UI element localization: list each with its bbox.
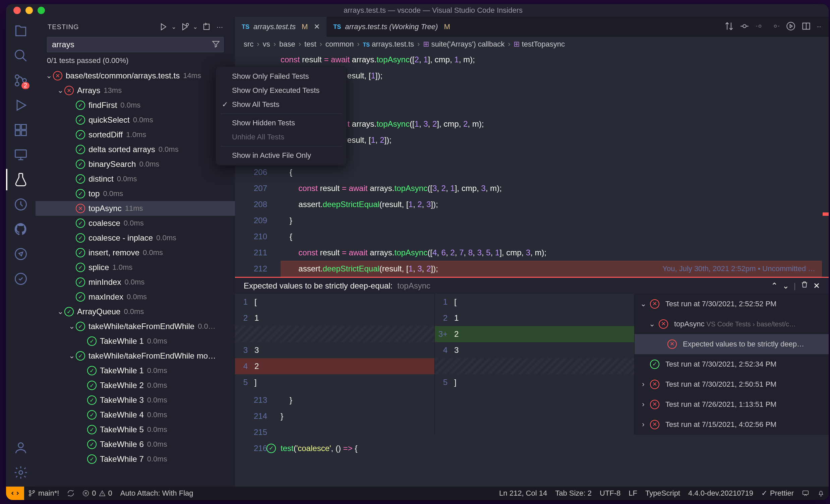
- test-item[interactable]: TakeWhile 30.0ms: [35, 393, 235, 407]
- dropdown-item[interactable]: Show All Tests: [216, 98, 347, 111]
- more-icon[interactable]: ···: [215, 22, 225, 32]
- compass-icon[interactable]: [13, 247, 28, 261]
- test-item[interactable]: insert, remove0.0ms: [35, 245, 235, 260]
- test-item[interactable]: TakeWhile 10.0ms: [35, 334, 235, 348]
- test-run-item[interactable]: Test run at 7/30/2021, 2:52:34 PM: [635, 354, 829, 374]
- test-item[interactable]: TakeWhile 50.0ms: [35, 422, 235, 437]
- test-item[interactable]: quickSelect0.0ms: [35, 112, 235, 127]
- editor-tab[interactable]: TSarrays.test.tsM✕: [235, 17, 326, 37]
- test-item[interactable]: ⌄takeWhile/takeFromEndWhile mo…: [35, 348, 235, 363]
- bell-icon[interactable]: [813, 490, 829, 497]
- close-tab-icon[interactable]: ✕: [314, 23, 320, 31]
- run-dropdown-icon[interactable]: ⌄: [171, 23, 177, 31]
- dropdown-item[interactable]: Show Hidden Tests: [216, 116, 347, 130]
- auto-attach-status[interactable]: Auto Attach: With Flag: [116, 489, 197, 498]
- compare-icon[interactable]: [725, 22, 734, 32]
- dropdown-item[interactable]: Show Only Executed Tests: [216, 83, 347, 98]
- more-tab-actions-icon[interactable]: ···: [817, 24, 821, 30]
- breadcrumbs[interactable]: src›vs›base›test›common›TS arrays.test.t…: [235, 37, 829, 52]
- sync-status[interactable]: [63, 490, 78, 497]
- test-item[interactable]: topAsync11ms: [35, 201, 235, 216]
- search-icon[interactable]: [13, 48, 28, 63]
- problems-status[interactable]: 0 0: [78, 489, 116, 498]
- breadcrumb-item[interactable]: vs: [263, 40, 270, 48]
- peek-close-icon[interactable]: ✕: [813, 278, 820, 294]
- test-item[interactable]: distinct0.0ms: [35, 172, 235, 186]
- github-icon[interactable]: [13, 222, 28, 237]
- test-item[interactable]: ⌄Arrays13ms: [35, 83, 235, 98]
- test-run-item[interactable]: ⌄topAsync VS Code Tests › base/test/c…: [635, 314, 829, 334]
- test-item[interactable]: ⌄ArrayQueue0.0ms: [35, 304, 235, 319]
- test-item[interactable]: findFirst0.0ms: [35, 98, 235, 112]
- encoding[interactable]: UTF-8: [596, 489, 625, 498]
- language-mode[interactable]: TypeScript: [641, 489, 684, 498]
- explorer-icon[interactable]: [13, 24, 28, 38]
- debug-dropdown-icon[interactable]: ⌄: [193, 23, 198, 31]
- maximize-window[interactable]: [37, 7, 45, 14]
- breadcrumb-item[interactable]: base: [279, 40, 295, 48]
- extensions-icon[interactable]: [13, 123, 28, 137]
- refresh-tests-icon[interactable]: [201, 22, 212, 32]
- breadcrumb-item[interactable]: ⊞ testTopasync: [514, 40, 565, 48]
- run-all-icon[interactable]: [159, 22, 169, 32]
- test-item[interactable]: splice1.0ms: [35, 260, 235, 275]
- remote-indicator[interactable]: [6, 486, 24, 500]
- breadcrumb-item[interactable]: common: [325, 40, 354, 48]
- dropdown-item[interactable]: Show in Active File Only: [216, 148, 347, 163]
- test-item[interactable]: ⌄takeWhile/takeFromEndWhile0.0…: [35, 319, 235, 334]
- filter-icon[interactable]: [212, 39, 220, 49]
- debug-all-icon[interactable]: [180, 22, 190, 32]
- breadcrumb-item[interactable]: src: [244, 40, 253, 48]
- test-item[interactable]: maxIndex0.0ms: [35, 290, 235, 304]
- remote-icon[interactable]: [13, 147, 28, 162]
- testing-icon[interactable]: [13, 172, 28, 187]
- test-item[interactable]: TakeWhile 40.0ms: [35, 407, 235, 422]
- tab-size[interactable]: Tab Size: 2: [551, 489, 596, 498]
- branch-status[interactable]: main*!: [24, 489, 63, 498]
- breadcrumb-item[interactable]: test: [305, 40, 316, 48]
- test-tree[interactable]: ⌄base/test/common/arrays.test.ts14ms⌄Arr…: [35, 68, 235, 486]
- test-item[interactable]: minIndex0.0ms: [35, 275, 235, 290]
- commit-nav-fwd-icon[interactable]: [771, 22, 780, 32]
- cursor-position[interactable]: Ln 212, Col 14: [495, 489, 551, 498]
- history-icon[interactable]: [13, 197, 28, 212]
- test-item[interactable]: TakeWhile 60.0ms: [35, 437, 235, 452]
- split-editor-icon[interactable]: [801, 22, 811, 32]
- settings-icon[interactable]: [13, 465, 28, 480]
- peek-up-icon[interactable]: ⌃: [771, 278, 778, 294]
- commit-prev-icon[interactable]: [740, 22, 749, 32]
- run-file-icon[interactable]: [786, 22, 795, 32]
- editor-tab[interactable]: TSarrays.test.ts (Working Tree)M: [326, 17, 456, 37]
- test-item[interactable]: delta sorted arrays0.0ms: [35, 142, 235, 157]
- feedback-icon[interactable]: [798, 490, 813, 497]
- test-item[interactable]: TakeWhile 70.0ms: [35, 452, 235, 467]
- ts-version[interactable]: 4.4.0-dev.20210719: [684, 489, 757, 498]
- dropdown-item[interactable]: Show Only Failed Tests: [216, 69, 347, 83]
- test-item[interactable]: coalesce - inplace0.0ms: [35, 231, 235, 245]
- minimize-window[interactable]: [26, 7, 33, 14]
- test-item[interactable]: coalesce0.0ms: [35, 216, 235, 231]
- breadcrumb-item[interactable]: TS arrays.test.ts: [363, 40, 414, 48]
- close-window[interactable]: [13, 7, 21, 14]
- eol[interactable]: LF: [625, 489, 641, 498]
- test-item[interactable]: TakeWhile 10.0ms: [35, 363, 235, 378]
- test-filter-input[interactable]: [47, 37, 224, 52]
- debug-icon[interactable]: [13, 98, 28, 112]
- test-item[interactable]: sortedDiff1.0ms: [35, 127, 235, 142]
- prettier-status[interactable]: ✓ Prettier: [757, 489, 798, 498]
- breadcrumb-item[interactable]: ⊞ suite('Arrays') callback: [423, 40, 505, 48]
- test-item[interactable]: ⌄base/test/common/arrays.test.ts14ms: [35, 68, 235, 83]
- scm-icon[interactable]: 2: [13, 73, 28, 88]
- peek-down-icon[interactable]: ⌄: [783, 278, 789, 294]
- peek-delete-icon[interactable]: [800, 278, 808, 294]
- test-item[interactable]: TakeWhile 20.0ms: [35, 378, 235, 393]
- test-run-item[interactable]: ⌄Test run at 7/30/2021, 2:52:52 PM: [635, 294, 829, 314]
- commit-nav-back-icon[interactable]: [755, 22, 765, 32]
- test-item[interactable]: binarySearch0.0ms: [35, 157, 235, 172]
- titlebar[interactable]: arrays.test.ts — vscode — Visual Studio …: [6, 4, 829, 17]
- test-run-item[interactable]: Expected values to be strictly deep…: [635, 334, 829, 354]
- test-item[interactable]: top0.0ms: [35, 186, 235, 201]
- account-icon[interactable]: [13, 440, 28, 455]
- target-icon[interactable]: [13, 271, 28, 286]
- test-run-item[interactable]: ›Test run at 7/30/2021, 2:50:51 PM: [635, 374, 829, 395]
